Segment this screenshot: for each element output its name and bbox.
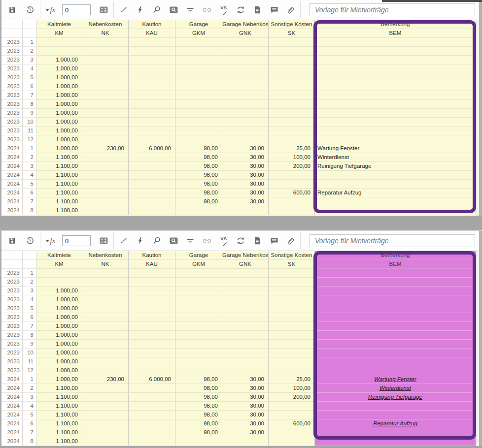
cell-km[interactable]: 1.000,00 [36,127,82,135]
column-header-km[interactable]: KM [36,260,82,269]
column-header-gkm[interactable]: GKM [175,29,222,38]
cell-gkm[interactable] [175,64,222,73]
row-header-year[interactable]: 2024 [1,419,23,428]
cell-nk[interactable] [82,135,129,144]
lightning-button[interactable] [132,232,148,250]
cell-km[interactable]: 1.100,00 [36,428,82,437]
row-header-month[interactable]: 5 [23,304,36,313]
cell-bem[interactable] [315,197,476,206]
cell-nk[interactable] [82,393,129,402]
cell-bem[interactable] [315,73,476,82]
cell-bem[interactable] [315,56,476,64]
cell-sk[interactable] [269,437,315,446]
row-header-year[interactable]: 2023 [1,100,23,109]
column-header-nk[interactable]: Nebenkosten [82,251,129,260]
cell-gnk[interactable] [222,287,269,295]
filter-button[interactable] [182,1,199,19]
cell-km[interactable]: 1.100,00 [36,171,82,180]
cell-gkm[interactable] [175,38,222,47]
cell-km[interactable]: 1.000,00 [36,375,82,384]
cell-nk[interactable] [82,295,129,304]
column-header-gkm[interactable]: GKM [175,260,222,269]
search-in-document-button[interactable] [165,1,182,19]
row-header-year[interactable]: 2023 [1,322,23,331]
row-header-year[interactable]: 2024 [1,411,23,419]
cell-sk[interactable] [269,38,315,47]
cell-sk[interactable] [269,47,315,56]
cell-gnk[interactable]: 30,00 [222,171,269,180]
cell-nk[interactable] [82,419,129,428]
brush-button[interactable] [115,232,132,250]
cell-gnk[interactable] [222,278,269,287]
cell-nk[interactable] [82,64,129,73]
cell-gkm[interactable] [175,47,222,56]
cell-bem[interactable] [315,82,476,91]
cell-kau[interactable] [129,91,175,100]
row-header-month[interactable]: 2 [23,153,36,162]
cell-bem[interactable]: Wartung Fenster [315,375,476,384]
cell-bem[interactable] [315,109,476,118]
cell-gkm[interactable]: 98,00 [175,197,222,206]
row-header-year[interactable]: 2024 [1,384,23,393]
row-header-year[interactable]: 2023 [1,127,23,135]
column-header-bem[interactable]: Bemerkung [315,20,476,29]
cell-gkm[interactable] [175,82,222,91]
cell-gnk[interactable] [222,135,269,144]
cell-sk[interactable] [269,411,315,419]
cell-nk[interactable] [82,162,129,171]
row-header-month[interactable]: 1 [23,269,36,278]
row-header-year[interactable]: 2024 [1,375,23,384]
cell-gkm[interactable] [175,91,222,100]
row-header-month[interactable]: 7 [23,322,36,331]
cell-sk[interactable] [269,366,315,375]
cell-kau[interactable] [129,162,175,171]
cell-nk[interactable] [82,366,129,375]
cell-kau[interactable] [129,206,175,215]
cell-gnk[interactable] [222,331,269,340]
comment-button[interactable] [266,232,282,250]
cell-kau[interactable] [129,419,175,428]
row-header-year[interactable]: 2023 [1,331,23,340]
cell-kau[interactable] [129,189,175,197]
cell-km[interactable]: 1.000,00 [36,100,82,109]
cell-km[interactable]: 1.100,00 [36,437,82,446]
cell-bem[interactable] [315,340,476,349]
vs-edit-button[interactable]: VS [215,232,232,250]
row-header-year[interactable]: 2023 [1,47,23,56]
cell-kau[interactable] [129,287,175,295]
cell-gnk[interactable]: 30,00 [222,162,269,171]
calculator-button[interactable] [95,1,112,19]
cell-bem[interactable] [315,366,476,375]
cell-kau[interactable] [129,393,175,402]
cell-km[interactable]: 1.000,00 [36,366,82,375]
cell-bem[interactable] [315,287,476,295]
cell-nk[interactable] [82,411,129,419]
cell-kau[interactable] [129,100,175,109]
cell-gkm[interactable]: 98,00 [175,144,222,153]
cell-gkm[interactable]: 98,00 [175,402,222,411]
row-header-month[interactable]: 12 [23,366,36,375]
cell-bem[interactable] [315,118,476,127]
cell-gkm[interactable] [175,304,222,313]
cell-nk[interactable] [82,153,129,162]
column-header-kau[interactable]: KAU [129,29,175,38]
row-header-year[interactable]: 2023 [1,295,23,304]
cell-gkm[interactable] [175,340,222,349]
filter-button[interactable] [182,232,199,250]
cell-gkm[interactable]: 98,00 [175,375,222,384]
row-header-month[interactable]: 3 [23,162,36,171]
cell-gnk[interactable]: 30,00 [222,197,269,206]
cell-sk[interactable] [269,269,315,278]
cell-km[interactable]: 1.000,00 [36,295,82,304]
cell-gkm[interactable] [175,109,222,118]
cell-gkm[interactable] [175,278,222,287]
cell-bem[interactable] [315,180,476,189]
row-header-month[interactable]: 5 [23,411,36,419]
row-header-month[interactable]: 8 [23,331,36,340]
row-header-month[interactable]: 1 [23,144,36,153]
cell-kau[interactable] [129,357,175,366]
cell-gnk[interactable] [222,47,269,56]
cell-nk[interactable] [82,100,129,109]
row-header-month[interactable]: 10 [23,118,36,127]
cell-gnk[interactable] [222,100,269,109]
